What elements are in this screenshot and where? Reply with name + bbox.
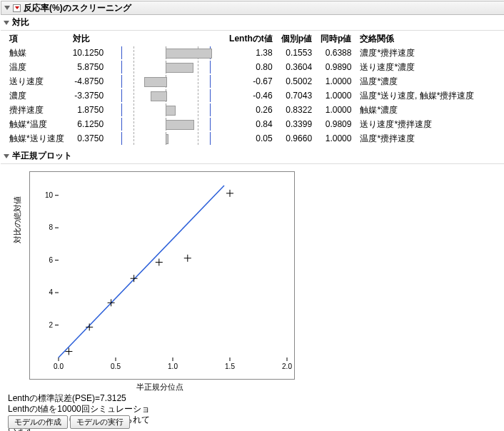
contrast-cell: 5.8750 (69, 60, 108, 74)
pind-cell: 0.1553 (277, 46, 316, 60)
svg-text:1.0: 1.0 (168, 362, 178, 370)
alias-cell: 温度*攪拌速度 (356, 131, 478, 146)
bar-cell (108, 46, 225, 60)
contrast-table: 項 対比 Lenthのt値 個別p値 同時p値 交絡関係 触媒10.12501.… (5, 32, 478, 146)
table-row: 触媒*送り速度0.37500.050.96601.0000温度*攪拌速度 (5, 131, 478, 146)
psim-cell: 0.9890 (316, 60, 356, 74)
svg-text:2: 2 (49, 321, 53, 329)
svg-text:10: 10 (45, 191, 54, 199)
psim-cell: 1.0000 (316, 131, 356, 146)
disclose-icon (4, 6, 10, 10)
menu-drop-icon[interactable] (13, 4, 21, 12)
y-axis-label: 対比の絶対値 (12, 196, 23, 243)
psim-cell: 1.0000 (316, 74, 356, 88)
term-cell: 送り速度 (5, 74, 69, 88)
contrast-cell: -4.8750 (69, 74, 108, 88)
svg-text:1.5: 1.5 (225, 362, 235, 370)
svg-text:8: 8 (49, 223, 53, 231)
halfnorm-title: 半正規プロット (12, 150, 72, 162)
term-cell: 攪拌速度 (5, 103, 69, 117)
t-cell: 0.84 (225, 117, 277, 131)
disclose-icon (4, 154, 9, 158)
pind-cell: 0.3399 (277, 117, 316, 131)
alias-cell: 送り速度*攪拌速度 (356, 117, 478, 131)
psim-cell: 0.9809 (316, 117, 356, 131)
halfnorm-header[interactable]: 半正規プロット (1, 148, 504, 164)
alias-cell: 触媒*濃度 (356, 103, 478, 117)
col-term: 項 (5, 32, 69, 46)
contrast-cell: 6.1250 (69, 117, 108, 131)
disclose-icon (4, 21, 9, 25)
t-cell: 0.80 (225, 60, 277, 74)
table-row: 温度5.87500.800.36040.9890送り速度*濃度 (5, 60, 478, 74)
panel-title-text: 反応率(%)のスクリーニング (24, 1, 131, 14)
contrast-cell: 1.8750 (69, 103, 108, 117)
t-cell: 0.26 (225, 103, 277, 117)
svg-line-0 (59, 186, 224, 358)
term-cell: 触媒*温度 (5, 117, 69, 131)
col-chart (108, 32, 225, 46)
col-contrast: 対比 (69, 32, 108, 46)
term-cell: 触媒 (5, 46, 69, 60)
panel-header[interactable]: 反応率(%)のスクリーニング (1, 1, 504, 15)
x-axis-label: 半正規分位点 (136, 382, 183, 392)
svg-text:6: 6 (49, 256, 53, 264)
psim-cell: 0.6388 (316, 46, 356, 60)
table-row: 送り速度-4.8750-0.670.50021.0000温度*濃度 (5, 74, 478, 88)
pind-cell: 0.9660 (277, 131, 316, 146)
bar-cell (108, 74, 225, 88)
pind-cell: 0.3604 (277, 60, 316, 74)
col-t: Lenthのt値 (225, 32, 277, 46)
bar-cell (108, 60, 225, 74)
bar-cell (108, 88, 225, 103)
table-row: 触媒*温度6.12500.840.33990.9809送り速度*攪拌速度 (5, 117, 478, 131)
svg-text:2.0: 2.0 (282, 362, 292, 370)
pse-note: Lenthの標準誤差(PSE)=7.3125 (8, 393, 158, 404)
alias-cell: 濃度*攪拌速度 (356, 46, 478, 60)
alias-cell: 温度*濃度 (356, 74, 478, 88)
contrast-cell: 0.3750 (69, 131, 108, 146)
term-cell: 濃度 (5, 88, 69, 103)
t-cell: -0.67 (225, 74, 277, 88)
table-row: 濃度-3.3750-0.460.70431.0000温度*送り速度, 触媒*攪拌… (5, 88, 478, 103)
alias-cell: 送り速度*濃度 (356, 60, 478, 74)
svg-text:0.5: 0.5 (111, 362, 121, 370)
run-model-button[interactable]: モデルの実行 (70, 415, 130, 429)
halfnorm-plot: 0.00.51.01.52.0246810 (29, 171, 295, 380)
bar-cell (108, 103, 225, 117)
contrast-header[interactable]: 対比 (1, 15, 504, 31)
contrast-title: 対比 (12, 16, 29, 29)
table-row: 触媒10.12501.380.15530.6388濃度*攪拌速度 (5, 46, 478, 60)
psim-cell: 1.0000 (316, 88, 356, 103)
contrast-cell: 10.1250 (69, 46, 108, 60)
t-cell: 0.05 (225, 131, 277, 146)
contrast-cell: -3.3750 (69, 88, 108, 103)
make-model-button[interactable]: モデルの作成 (8, 415, 68, 429)
alias-cell: 温度*送り速度, 触媒*攪拌速度 (356, 88, 478, 103)
bar-cell (108, 131, 225, 146)
table-row: 攪拌速度1.87500.260.83221.0000触媒*濃度 (5, 103, 478, 117)
col-alias: 交絡関係 (356, 32, 478, 46)
table-header-row: 項 対比 Lenthのt値 個別p値 同時p値 交絡関係 (5, 32, 478, 46)
pind-cell: 0.7043 (277, 88, 316, 103)
t-cell: -0.46 (225, 88, 277, 103)
bar-cell (108, 117, 225, 131)
svg-text:4: 4 (49, 288, 53, 296)
t-cell: 1.38 (225, 46, 277, 60)
psim-cell: 1.0000 (316, 103, 356, 117)
svg-text:0.0: 0.0 (54, 362, 64, 370)
term-cell: 触媒*送り速度 (5, 131, 69, 146)
term-cell: 温度 (5, 60, 69, 74)
footer-buttons: モデルの作成 モデルの実行 (8, 415, 130, 429)
pind-cell: 0.5002 (277, 74, 316, 88)
col-pind: 個別p値 (277, 32, 316, 46)
pind-cell: 0.8322 (277, 103, 316, 117)
col-psim: 同時p値 (316, 32, 356, 46)
